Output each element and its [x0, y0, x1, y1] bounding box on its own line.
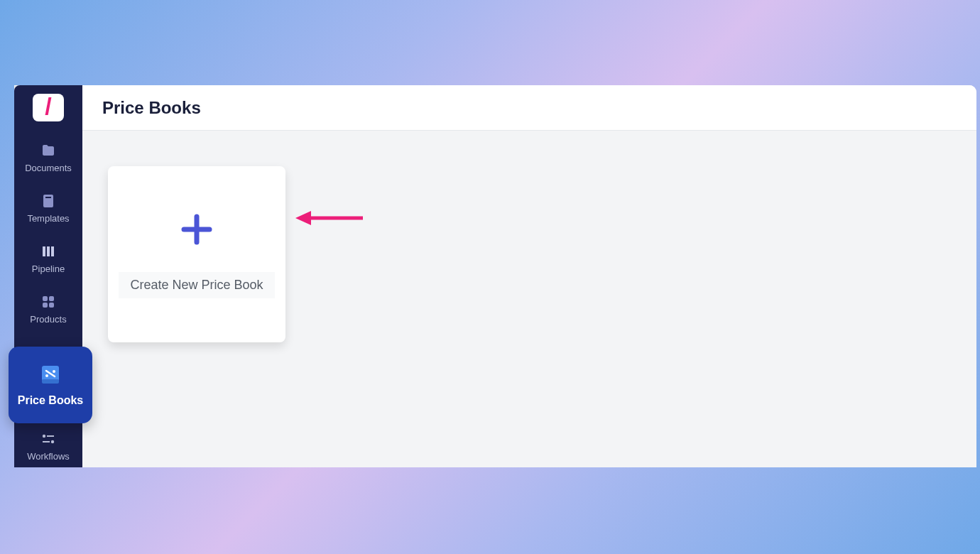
svg-rect-6 — [49, 296, 54, 301]
sidebar-item-templates[interactable]: Templates — [20, 193, 77, 224]
folder-icon — [40, 143, 56, 158]
sidebar-item-documents[interactable]: Documents — [20, 143, 77, 173]
app-logo[interactable]: / — [33, 94, 64, 121]
svg-rect-5 — [43, 296, 48, 301]
grid-icon — [40, 294, 56, 310]
sidebar-item-price-books[interactable]: Price Books — [9, 347, 92, 423]
svg-point-16 — [51, 440, 54, 443]
svg-rect-10 — [42, 379, 59, 384]
sidebar-item-label: Workflows — [27, 451, 70, 462]
svg-rect-17 — [43, 441, 50, 442]
svg-point-13 — [53, 370, 55, 373]
svg-point-12 — [45, 374, 48, 377]
plus-icon — [178, 211, 215, 251]
main-panel: Price Books Create New Price Book — [82, 85, 976, 467]
create-card-label: Create New Price Book — [119, 272, 274, 298]
svg-rect-3 — [47, 246, 50, 256]
sidebar-item-label: Templates — [27, 213, 69, 224]
svg-rect-2 — [43, 246, 45, 256]
annotation-arrow-icon — [295, 207, 366, 232]
sidebar-item-label: Documents — [25, 163, 72, 173]
sidebar-item-label: Products — [30, 314, 66, 325]
sidebar-item-products[interactable]: Products — [20, 294, 77, 325]
sidebar-item-label: Pipeline — [32, 264, 65, 274]
sidebar-item-label: Price Books — [18, 394, 83, 407]
create-price-book-card[interactable]: Create New Price Book — [108, 166, 285, 342]
svg-rect-4 — [51, 246, 54, 256]
workflow-icon — [40, 431, 56, 447]
svg-rect-1 — [45, 197, 51, 198]
svg-rect-8 — [49, 303, 54, 308]
page-header: Price Books — [82, 85, 976, 131]
svg-marker-21 — [295, 211, 311, 225]
page-title: Price Books — [102, 98, 201, 118]
sidebar-item-workflows[interactable]: Workflows — [20, 431, 77, 462]
pipeline-icon — [40, 244, 56, 259]
app-window: / Documents Templates Pipeline Products — [14, 85, 976, 467]
svg-rect-15 — [47, 435, 54, 437]
slash-icon: / — [45, 92, 51, 120]
svg-point-14 — [43, 435, 45, 438]
content-area: Create New Price Book — [82, 131, 976, 467]
svg-rect-0 — [43, 195, 53, 207]
sidebar-item-pipeline[interactable]: Pipeline — [20, 244, 77, 274]
sidebar: / Documents Templates Pipeline Products — [14, 85, 82, 467]
template-icon — [40, 193, 56, 209]
svg-rect-7 — [43, 303, 48, 308]
price-book-icon — [38, 363, 62, 387]
